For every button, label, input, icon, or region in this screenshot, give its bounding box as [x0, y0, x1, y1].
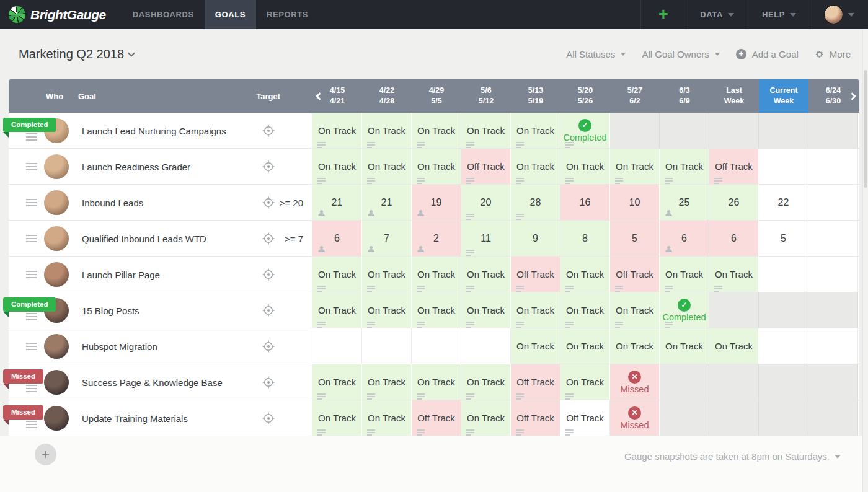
week-cell[interactable]: Off Track: [511, 400, 560, 436]
more-button[interactable]: More: [815, 49, 851, 59]
week-cell[interactable]: 21: [362, 185, 412, 220]
week-cell[interactable]: Off Track: [461, 149, 511, 184]
drag-handle-icon[interactable]: [26, 343, 37, 352]
week-cell[interactable]: On Track: [362, 400, 412, 436]
week-cell[interactable]: On Track: [461, 113, 511, 148]
week-cell[interactable]: 25: [660, 185, 709, 220]
week-cell[interactable]: ✓Completed: [560, 113, 610, 148]
status-filter-dropdown[interactable]: All Statuses: [566, 49, 626, 59]
week-cell[interactable]: On Track: [610, 328, 660, 364]
week-cell[interactable]: On Track: [610, 292, 660, 328]
week-cell[interactable]: 9: [511, 221, 560, 256]
week-cells: On TrackOn TrackOff TrackOn TrackOff Tra…: [312, 400, 859, 436]
add-goal-button[interactable]: + Add a Goal: [736, 49, 799, 59]
week-cell[interactable]: On Track: [412, 257, 461, 292]
week-cell[interactable]: 7: [362, 221, 412, 256]
column-header-week: 4/295/5: [412, 79, 461, 113]
week-cell[interactable]: On Track: [412, 364, 461, 400]
week-cell[interactable]: On Track: [461, 400, 511, 436]
week-cell[interactable]: On Track: [709, 328, 759, 364]
week-cell[interactable]: On Track: [412, 113, 461, 148]
drag-handle-icon[interactable]: [26, 235, 37, 244]
nav-account-menu[interactable]: [810, 0, 868, 29]
week-cell[interactable]: Off Track: [412, 400, 461, 436]
week-cell[interactable]: On Track: [660, 328, 709, 364]
week-cell[interactable]: 20: [461, 185, 511, 220]
week-cell[interactable]: 21: [312, 185, 362, 220]
week-cell[interactable]: ✕Missed: [610, 364, 660, 400]
drag-handle-icon[interactable]: [26, 271, 37, 280]
column-header-current-week[interactable]: CurrentWeek: [759, 79, 808, 113]
week-cell[interactable]: On Track: [312, 113, 362, 148]
week-cell[interactable]: On Track: [511, 149, 560, 184]
week-cell[interactable]: On Track: [312, 149, 362, 184]
week-cell[interactable]: 28: [511, 185, 560, 220]
week-cell[interactable]: On Track: [560, 149, 610, 184]
week-cell[interactable]: 19: [412, 185, 461, 220]
week-cell[interactable]: On Track: [362, 257, 412, 292]
week-cell[interactable]: On Track: [660, 149, 709, 184]
week-cell[interactable]: Off Track: [560, 400, 610, 436]
week-cell[interactable]: On Track: [560, 364, 610, 400]
nav-menu-help[interactable]: HELP: [748, 0, 810, 29]
snapshot-schedule-dropdown[interactable]: Gauge snapshots are taken at 8pm on Satu…: [624, 451, 841, 462]
week-cell[interactable]: 11: [461, 221, 511, 256]
week-cell[interactable]: 22: [759, 185, 808, 220]
drag-handle-icon[interactable]: [26, 163, 37, 172]
week-cell[interactable]: 6: [660, 221, 709, 256]
week-cell[interactable]: 6: [709, 221, 759, 256]
week-cell[interactable]: Off Track: [709, 149, 759, 184]
week-cell[interactable]: Off Track: [511, 257, 560, 292]
week-cell[interactable]: 8: [560, 221, 610, 256]
week-cell[interactable]: 2: [412, 221, 461, 256]
nav-tab-dashboards[interactable]: DASHBOARDS: [122, 0, 205, 29]
week-cell[interactable]: On Track: [511, 328, 560, 364]
drag-handle-icon[interactable]: [26, 133, 37, 143]
week-cell[interactable]: On Track: [312, 400, 362, 436]
week-cell[interactable]: On Track: [660, 257, 709, 292]
drag-handle-icon[interactable]: [26, 421, 37, 430]
week-cell[interactable]: On Track: [312, 292, 362, 328]
owner-filter-dropdown[interactable]: All Goal Owners: [642, 49, 719, 59]
week-cell[interactable]: On Track: [560, 328, 610, 364]
week-cell[interactable]: On Track: [511, 113, 560, 148]
week-cell[interactable]: 16: [560, 185, 610, 220]
week-cell[interactable]: 10: [610, 185, 660, 220]
drag-handle-icon[interactable]: [26, 385, 37, 394]
week-cell[interactable]: 5: [610, 221, 660, 256]
drag-handle-icon[interactable]: [26, 199, 37, 208]
page-scrollbar[interactable]: [862, 29, 868, 492]
week-cell[interactable]: 6: [312, 221, 362, 256]
week-cell[interactable]: On Track: [610, 149, 660, 184]
week-cell[interactable]: On Track: [312, 364, 362, 400]
week-cell[interactable]: On Track: [312, 257, 362, 292]
week-cell[interactable]: Off Track: [610, 257, 660, 292]
week-cell[interactable]: On Track: [362, 292, 412, 328]
nav-menu-data[interactable]: DATA: [686, 0, 748, 29]
week-cell[interactable]: On Track: [461, 364, 511, 400]
drag-handle-icon[interactable]: [26, 313, 37, 322]
brand[interactable]: BrightGauge: [0, 0, 122, 29]
week-cell[interactable]: On Track: [461, 292, 511, 328]
week-cell[interactable]: On Track: [560, 292, 610, 328]
week-cell[interactable]: On Track: [412, 292, 461, 328]
nav-add-button[interactable]: +: [640, 0, 686, 29]
week-cell[interactable]: On Track: [511, 292, 560, 328]
nav-tab-reports[interactable]: REPORTS: [256, 0, 319, 29]
week-cell[interactable]: On Track: [412, 149, 461, 184]
week-cell[interactable]: ✓Completed: [660, 292, 709, 328]
nav-tab-goals[interactable]: GOALS: [205, 0, 256, 29]
week-cell[interactable]: On Track: [362, 113, 412, 148]
week-cell[interactable]: 5: [759, 221, 808, 256]
week-cell[interactable]: Off Track: [511, 364, 560, 400]
add-goal-fab-button[interactable]: +: [35, 444, 56, 465]
week-cell[interactable]: 26: [709, 185, 759, 220]
week-cell[interactable]: ✕Missed: [610, 400, 660, 436]
goal-list-title[interactable]: Marketing Q2 2018: [19, 47, 135, 61]
week-cell[interactable]: On Track: [709, 257, 759, 292]
week-cell[interactable]: On Track: [461, 257, 511, 292]
scrollbar-thumb[interactable]: [864, 70, 867, 188]
week-cell[interactable]: On Track: [362, 364, 412, 400]
week-cell[interactable]: On Track: [362, 149, 412, 184]
week-cell[interactable]: On Track: [560, 257, 610, 292]
